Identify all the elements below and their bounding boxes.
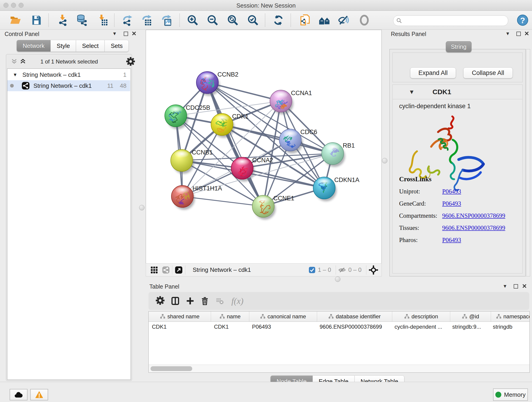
node-label-CCNA2: CCNA2 <box>252 157 273 164</box>
crosslinks-title: CrossLinks <box>399 175 505 183</box>
node-HIST1H1A[interactable] <box>171 185 193 207</box>
tab-network[interactable]: Network <box>17 40 51 52</box>
expand-all-icon[interactable] <box>19 58 26 64</box>
string-home-icon[interactable] <box>319 14 330 26</box>
close-panel-icon[interactable] <box>132 32 136 36</box>
export-network-icon[interactable] <box>121 14 133 26</box>
memory-button[interactable]: Memory <box>493 389 528 401</box>
delete-column-icon[interactable] <box>201 297 209 305</box>
crosslink-link[interactable]: 9606.ENSP00000378699 <box>442 224 505 231</box>
cloud-button[interactable] <box>10 389 27 400</box>
left-splitter-handle[interactable] <box>139 205 145 211</box>
network-collection-row[interactable]: ▼ String Network – cdk1 1 <box>7 69 130 80</box>
save-session-icon[interactable] <box>31 14 42 26</box>
zoom-out-icon[interactable] <box>207 14 218 26</box>
birds-eye-crosshair-icon[interactable] <box>369 265 378 275</box>
detach-view-icon[interactable] <box>175 266 183 274</box>
expand-all-button[interactable]: Expand All <box>410 67 456 78</box>
zoom-in-icon[interactable] <box>187 14 198 26</box>
help-icon[interactable]: ? <box>517 14 528 26</box>
column-header-canonical-name[interactable]: canonical name <box>249 312 317 322</box>
node-CCNA1[interactable] <box>270 90 292 112</box>
node-RB1[interactable] <box>322 143 344 165</box>
hidden-count: 0 – 0 <box>348 266 361 274</box>
hidden-eye-slash-icon[interactable] <box>338 266 346 274</box>
network-view-title: String Network – cdk1 <box>193 266 309 274</box>
import-network-file-icon[interactable] <box>57 14 68 26</box>
zoom-fit-icon[interactable] <box>227 14 239 26</box>
show-hide-icon[interactable] <box>338 14 349 26</box>
table-horizontal-scrollbar[interactable] <box>149 365 530 372</box>
node-CDK1[interactable] <box>211 114 233 135</box>
collapse-all-icon[interactable] <box>11 58 18 64</box>
tab-style[interactable]: Style <box>51 40 76 52</box>
table-row[interactable]: CDK1CDK1P064939606.ENSP00000378699cyclin… <box>149 322 530 332</box>
export-image-icon[interactable] <box>161 14 172 26</box>
node-CDC25B[interactable] <box>165 105 187 127</box>
import-table-file-icon[interactable] <box>97 14 108 26</box>
tab-select[interactable]: Select <box>76 40 105 52</box>
zoom-selected-icon[interactable] <box>247 14 259 26</box>
network-options-gear-icon[interactable] <box>126 57 135 67</box>
node-CCNB1[interactable] <box>171 149 193 172</box>
float-panel-icon[interactable] <box>514 284 518 288</box>
crosslink-link[interactable]: P06493 <box>442 188 461 195</box>
panel-menu-icon[interactable]: ▾ <box>113 31 116 36</box>
crosslink-link[interactable]: P06493 <box>442 236 461 244</box>
copy-style-icon[interactable] <box>299 14 311 26</box>
float-panel-icon[interactable] <box>516 32 521 36</box>
search-input[interactable] <box>405 17 505 24</box>
column-header-shared-name[interactable]: shared name <box>149 312 211 322</box>
node-CCNB2[interactable] <box>196 71 218 94</box>
tree-expand-icon[interactable]: ▼ <box>13 72 17 77</box>
column-header-namespace[interactable]: namespace <box>491 312 530 322</box>
panel-menu-icon[interactable]: ▾ <box>506 31 509 36</box>
network-canvas[interactable]: CCNB2CCNA1CDC25BCDK1CDC6RB1CCNB1CCNA2CDK… <box>146 30 382 264</box>
close-panel-icon[interactable] <box>525 32 529 36</box>
close-panel-icon[interactable] <box>522 284 526 288</box>
scrollbar-thumb[interactable] <box>151 366 192 371</box>
open-session-icon[interactable] <box>10 14 21 26</box>
crosslink-link[interactable]: 9606.ENSP00000378699 <box>442 212 505 219</box>
selected-checkbox-icon[interactable] <box>309 267 316 274</box>
column-header-name[interactable]: name <box>211 312 249 322</box>
column-header-@id[interactable]: @id <box>450 312 491 322</box>
section-collapse-icon[interactable]: ▼ <box>409 89 415 95</box>
network-edge-count: 48 <box>120 82 127 89</box>
export-table-icon[interactable] <box>141 14 152 26</box>
panel-menu-icon[interactable]: ▾ <box>504 283 506 289</box>
results-scrollbar[interactable] <box>526 49 530 276</box>
grid-view-icon[interactable] <box>151 266 158 274</box>
table-options-gear-icon[interactable] <box>156 296 165 306</box>
refresh-icon[interactable] <box>273 14 284 26</box>
tab-string[interactable]: String <box>446 41 472 52</box>
node-CDKN1A[interactable] <box>313 177 335 199</box>
crosslink-link[interactable]: P06493 <box>442 200 461 207</box>
network-row-selected[interactable]: String Network – cdk1 11 48 <box>7 80 130 91</box>
node-CCNA2[interactable] <box>231 157 253 179</box>
node-CCNE1[interactable] <box>252 195 274 217</box>
select-columns-icon[interactable] <box>171 297 180 305</box>
node-table: shared namenamecanonical namedatabase id… <box>148 311 530 373</box>
network-view-icon[interactable] <box>162 266 170 274</box>
node-label-CCNE1: CCNE1 <box>273 195 294 202</box>
bottom-splitter-handle[interactable] <box>335 276 341 282</box>
string-results-body: Expand All Collapse All ▼ CDK1 cyclin-de… <box>389 49 526 276</box>
right-splitter-handle[interactable] <box>382 158 387 163</box>
network-name: String Network – cdk1 <box>33 82 107 89</box>
import-network-database-icon[interactable] <box>76 14 88 26</box>
tab-sets[interactable]: Sets <box>105 40 129 52</box>
network-graph[interactable]: CCNB2CCNA1CDC25BCDK1CDC6RB1CCNB1CCNA2CDK… <box>146 30 381 263</box>
gene-name: CDK1 <box>433 88 451 96</box>
float-panel-icon[interactable] <box>124 32 128 36</box>
collapse-all-button[interactable]: Collapse All <box>463 67 513 78</box>
column-header-description[interactable]: description <box>392 312 450 322</box>
eye-icon[interactable] <box>359 14 370 26</box>
gene-section-header[interactable]: ▼ CDK1 <box>393 85 522 99</box>
warning-button[interactable] <box>30 389 48 400</box>
table-toolbar: f(x) <box>148 292 529 310</box>
add-column-icon[interactable] <box>186 297 194 305</box>
column-header-database-identifier[interactable]: database identifier <box>317 312 392 322</box>
node-CDC6[interactable] <box>279 129 301 151</box>
results-panel-title: Results Panel <box>391 31 426 37</box>
